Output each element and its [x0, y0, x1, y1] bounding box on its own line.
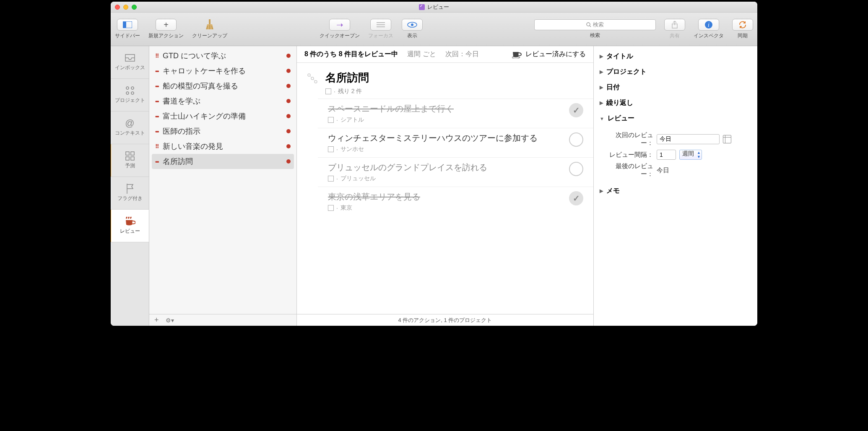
interval-unit-select[interactable]: 週間 ▲▼ [679, 150, 702, 160]
review-interval: 週間 ごと [407, 50, 436, 59]
projects-icon [125, 86, 135, 96]
note-icon[interactable] [328, 117, 334, 123]
note-icon[interactable] [325, 88, 331, 94]
svg-point-11 [587, 23, 590, 26]
task-title: ウィンチェスターミステリーハウスのツアーに参加する [328, 132, 564, 144]
link-chain-icon [307, 70, 320, 95]
window-title-text: レビュー [427, 3, 449, 11]
note-icon[interactable] [328, 146, 334, 152]
info-icon: i [704, 21, 713, 29]
sidebar-list: ⠿ GTD について学ぶ ••• キャロットケーキを作る ••• 船の模型の写真… [149, 46, 296, 314]
last-review-label: 最後のレビュー： [607, 162, 653, 178]
svg-text:i: i [708, 22, 709, 28]
task-checkbox[interactable] [569, 103, 583, 117]
cleanup-button[interactable]: クリーンアップ [192, 19, 227, 39]
note-icon[interactable] [328, 205, 334, 211]
task-row[interactable]: ブリュッセルのグランドプレイスを訪れる ·ブリュッセル [318, 157, 593, 187]
svg-point-20 [131, 92, 134, 94]
flag-icon [126, 184, 134, 194]
perspective-projects[interactable]: プロジェクト [111, 79, 149, 112]
add-button[interactable]: + [154, 316, 159, 325]
svg-rect-23 [126, 157, 129, 160]
inspector-section-dates[interactable]: ▶日付 [600, 80, 751, 95]
last-review-value: 今日 [657, 166, 669, 174]
view-button[interactable]: 表示 [402, 19, 423, 39]
task-row[interactable]: ウィンチェスターミステリーハウスのツアーに参加する ·サンホセ [318, 128, 593, 157]
task-title: ブリュッセルのグランドプレイスを訪れる [328, 162, 564, 173]
svg-line-31 [313, 79, 315, 81]
cup-icon [512, 51, 522, 58]
inspector-button[interactable]: i インスペクタ [694, 19, 724, 39]
task-row[interactable]: 東京の浅草エリアを見る ·東京 [318, 187, 593, 216]
project-sidebar: ⠿ GTD について学ぶ ••• キャロットケーキを作る ••• 船の模型の写真… [149, 46, 297, 326]
perspective-flagged[interactable]: フラグ付き [111, 177, 149, 210]
search-input[interactable]: 検索 [534, 19, 656, 30]
calendar-icon[interactable] [723, 135, 731, 143]
app-window: レビュー サイドバー + 新規アクション クリーンアップ ➝ クイックオープン … [111, 2, 757, 326]
sidebar-item[interactable]: ••• 名所訪問 [152, 154, 294, 169]
close-window-button[interactable] [115, 5, 120, 10]
perspective-contexts[interactable]: @ コンテキスト [111, 112, 149, 144]
sequential-project-icon: ••• [155, 83, 159, 89]
content-area: 8 件のうち 8 件目をレビュー中 週間 ごと 次回：今日 レビュー済みにする … [297, 46, 594, 326]
broom-icon [205, 19, 214, 30]
svg-rect-1 [123, 21, 126, 28]
inspector-section-review[interactable]: ▼レビュー [600, 111, 751, 126]
sidebar-item[interactable]: ••• 船の模型の写真を撮る [149, 78, 296, 93]
inspector-section-project[interactable]: ▶プロジェクト [600, 64, 751, 80]
svg-point-19 [126, 92, 129, 94]
sidebar-item[interactable]: ••• 医師の指示 [149, 124, 296, 139]
gear-menu-button[interactable]: ⚙︎▾ [166, 317, 174, 324]
task-checkbox[interactable] [569, 162, 583, 176]
perspective-forecast[interactable]: 予測 [111, 144, 149, 177]
project-title: 名所訪問 [325, 70, 369, 85]
sequential-project-icon: ••• [155, 113, 159, 119]
search-field-container: 検索 検索 [534, 19, 656, 39]
sidebar-item[interactable]: ••• キャロットケーキを作る [149, 63, 296, 78]
disclosure-triangle-icon: ▶ [600, 188, 603, 194]
sidebar-item[interactable]: ⠿ 新しい音楽の発見 [149, 139, 296, 154]
sidebar-item[interactable]: ⠿ GTD について学ぶ [149, 48, 296, 63]
sequential-project-icon: ••• [155, 158, 159, 165]
mark-reviewed-button[interactable]: レビュー済みにする [512, 50, 586, 59]
note-icon[interactable] [328, 176, 334, 182]
inspector-section-note[interactable]: ▶メモ [600, 183, 751, 199]
perspective-review[interactable]: レビュー [111, 210, 149, 242]
sync-icon [738, 21, 747, 29]
minimize-window-button[interactable] [123, 5, 128, 10]
toolbar: サイドバー + 新規アクション クリーンアップ ➝ クイックオープン フォーカス… [111, 13, 757, 46]
disclosure-triangle-icon: ▼ [600, 116, 604, 121]
next-review-input[interactable] [657, 134, 720, 144]
svg-point-10 [411, 23, 413, 26]
task-checkbox[interactable] [569, 191, 583, 205]
sidebar-item[interactable]: ••• 富士山ハイキングの準備 [149, 109, 296, 124]
list-icon [377, 22, 385, 28]
task-checkbox[interactable] [569, 132, 583, 147]
perspective-inbox[interactable]: インボックス [111, 46, 149, 79]
select-arrows-icon: ▲▼ [697, 151, 701, 159]
task-row[interactable]: スペースニードルの屋上まで行く ·シアトル [318, 99, 593, 128]
quick-open-button[interactable]: ➝ クイックオープン [320, 19, 360, 39]
share-button[interactable]: 共有 [664, 19, 685, 39]
review-due-dot [286, 99, 291, 103]
share-icon [671, 21, 678, 29]
inspector-section-repeat[interactable]: ▶繰り返し [600, 95, 751, 111]
review-header: 8 件のうち 8 件目をレビュー中 週間 ごと 次回：今日 レビュー済みにする [297, 46, 593, 63]
sequential-project-icon: ••• [155, 98, 159, 104]
sync-button[interactable]: 同期 [732, 19, 753, 39]
disclosure-triangle-icon: ▶ [600, 85, 603, 90]
svg-rect-21 [126, 152, 129, 155]
new-action-button[interactable]: + 新規アクション [148, 19, 184, 39]
window-controls [115, 5, 137, 10]
inspector-section-title[interactable]: ▶タイトル [600, 49, 751, 64]
task-title: 東京の浅草エリアを見る [328, 191, 564, 203]
sidebar-item[interactable]: ••• 書道を学ぶ [149, 93, 296, 109]
interval-input[interactable] [657, 150, 676, 160]
app-icon [419, 4, 425, 10]
focus-button[interactable]: フォーカス [368, 19, 393, 39]
svg-rect-2 [209, 19, 211, 24]
parallel-project-icon: ⠿ [155, 143, 159, 150]
zoom-window-button[interactable] [132, 5, 137, 10]
plus-icon: + [164, 20, 169, 30]
toggle-sidebar-button[interactable]: サイドバー [115, 19, 140, 39]
